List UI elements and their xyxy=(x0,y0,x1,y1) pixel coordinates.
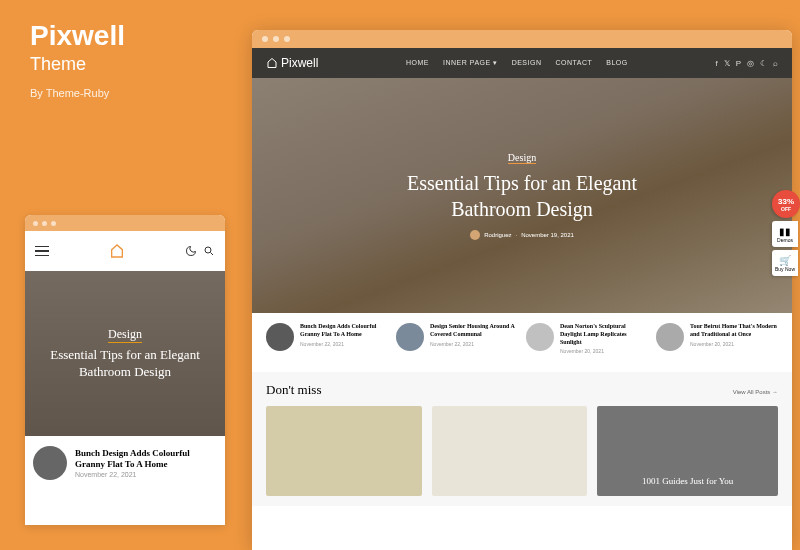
mobile-hero-category: Design xyxy=(108,327,142,343)
card-thumbnail xyxy=(526,323,554,351)
card-title: Design Senior Housing Around A Covered C… xyxy=(430,323,518,339)
card-thumbnail xyxy=(266,323,294,351)
nav-home[interactable]: HOME xyxy=(406,59,429,67)
desktop-hero[interactable]: Design Essential Tips for an ElegantBath… xyxy=(252,78,792,313)
mobile-hero[interactable]: Design Essential Tips for an Elegant Bat… xyxy=(25,271,225,436)
nav-inner-page[interactable]: INNER PAGE ▾ xyxy=(443,59,498,67)
facebook-icon[interactable]: f xyxy=(715,59,717,68)
desktop-preview: Pixwell HOME INNER PAGE ▾ DESIGN CONTACT… xyxy=(252,30,792,550)
hero-title: Essential Tips for an ElegantBathroom De… xyxy=(407,170,637,222)
view-all-link[interactable]: View All Posts → xyxy=(733,389,778,395)
card-date: November 20, 2021 xyxy=(560,348,648,354)
mobile-card-title: Bunch Design Adds Colourful Granny Flat … xyxy=(75,448,217,470)
card-thumbnail xyxy=(656,323,684,351)
grid-feature[interactable]: 1001 Guides Just for You xyxy=(597,406,778,496)
article-card[interactable]: Design Senior Housing Around A Covered C… xyxy=(396,323,518,354)
nav-contact[interactable]: CONTACT xyxy=(555,59,592,67)
hamburger-icon[interactable] xyxy=(35,246,49,257)
desktop-window-chrome xyxy=(252,30,792,48)
card-date: November 22, 2021 xyxy=(300,341,388,347)
discount-percent: 33% xyxy=(778,197,794,206)
demos-icon: ▮▮ xyxy=(779,226,791,237)
moon-icon[interactable] xyxy=(185,245,197,257)
promo-panel: Pixwell Theme By Theme-Ruby xyxy=(30,20,210,99)
dont-miss-section: Don't miss View All Posts → 1001 Guides … xyxy=(252,372,792,506)
mobile-card-date: November 22, 2021 xyxy=(75,471,217,478)
header-social: f 𝕏 P ◎ ☾ ⌕ xyxy=(715,59,778,68)
card-title: Dean Norton's Sculptural Daylight Lamp R… xyxy=(560,323,648,346)
feature-title: 1001 Guides Just for You xyxy=(607,476,768,486)
mobile-window-chrome xyxy=(25,215,225,231)
nav-design[interactable]: DESIGN xyxy=(512,59,542,67)
author-name[interactable]: Rodriguez xyxy=(484,232,511,238)
search-icon[interactable]: ⌕ xyxy=(773,59,778,68)
buy-now-badge[interactable]: 🛒 Buy Now xyxy=(772,250,798,276)
hero-meta: Rodriguez · November 19, 2021 xyxy=(470,230,574,240)
article-cards-row: Bunch Design Adds Colourful Granny Flat … xyxy=(252,313,792,364)
svg-point-0 xyxy=(205,247,211,253)
primary-nav: HOME INNER PAGE ▾ DESIGN CONTACT BLOG xyxy=(406,59,628,67)
mobile-card-thumbnail xyxy=(33,446,67,480)
demos-label: Demos xyxy=(777,237,793,243)
promo-byline: By Theme-Ruby xyxy=(30,87,210,99)
mobile-card-body: Bunch Design Adds Colourful Granny Flat … xyxy=(75,448,217,479)
logo-icon xyxy=(266,57,278,69)
article-card[interactable]: Tour Beirut Home That's Modern and Tradi… xyxy=(656,323,778,354)
author-avatar xyxy=(470,230,480,240)
promo-subtitle: Theme xyxy=(30,54,210,75)
cart-icon: 🛒 xyxy=(779,255,791,266)
discount-off: OFF xyxy=(781,206,791,212)
twitter-icon[interactable]: 𝕏 xyxy=(724,59,730,68)
card-title: Bunch Design Adds Colourful Granny Flat … xyxy=(300,323,388,339)
mobile-hero-title: Essential Tips for an Elegant Bathroom D… xyxy=(33,347,217,381)
grid-article[interactable] xyxy=(266,406,422,496)
section-title: Don't miss xyxy=(266,382,321,398)
mobile-logo-icon[interactable] xyxy=(109,242,125,260)
discount-badge[interactable]: 33% OFF xyxy=(772,190,800,218)
buy-label: Buy Now xyxy=(775,266,795,272)
logo-text: Pixwell xyxy=(281,56,318,70)
article-card[interactable]: Dean Norton's Sculptural Daylight Lamp R… xyxy=(526,323,648,354)
hero-category[interactable]: Design xyxy=(508,152,536,164)
instagram-icon[interactable]: ◎ xyxy=(747,59,754,68)
mobile-preview: Design Essential Tips for an Elegant Bat… xyxy=(25,215,225,525)
nav-blog[interactable]: BLOG xyxy=(606,59,627,67)
demos-badge[interactable]: ▮▮ Demos xyxy=(772,221,798,247)
search-icon[interactable] xyxy=(203,245,215,257)
svg-line-1 xyxy=(211,253,214,256)
mobile-article-card[interactable]: Bunch Design Adds Colourful Granny Flat … xyxy=(25,436,225,490)
card-title: Tour Beirut Home That's Modern and Tradi… xyxy=(690,323,778,339)
article-card[interactable]: Bunch Design Adds Colourful Granny Flat … xyxy=(266,323,388,354)
promo-title: Pixwell xyxy=(30,20,210,52)
moon-icon[interactable]: ☾ xyxy=(760,59,767,68)
desktop-header: Pixwell HOME INNER PAGE ▾ DESIGN CONTACT… xyxy=(252,48,792,78)
desktop-logo[interactable]: Pixwell xyxy=(266,56,318,70)
mobile-header-actions xyxy=(185,245,215,257)
mobile-header xyxy=(25,231,225,271)
pinterest-icon[interactable]: P xyxy=(736,59,741,68)
card-date: November 20, 2021 xyxy=(690,341,778,347)
hero-date: November 19, 2021 xyxy=(521,232,574,238)
grid-article[interactable] xyxy=(432,406,588,496)
floating-badges: 33% OFF ▮▮ Demos 🛒 Buy Now xyxy=(772,190,800,276)
card-date: November 22, 2021 xyxy=(430,341,518,347)
card-thumbnail xyxy=(396,323,424,351)
